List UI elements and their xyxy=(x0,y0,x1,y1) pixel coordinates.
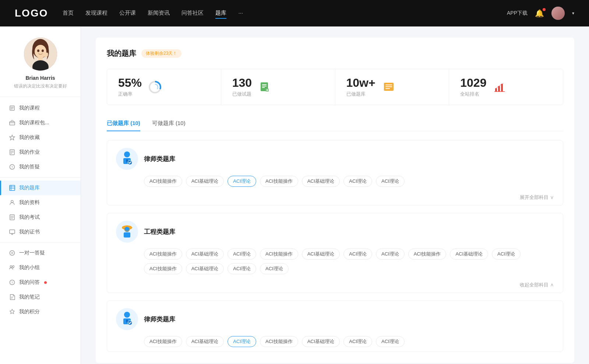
bank-expand-button[interactable]: 展开全部科目 ∨ xyxy=(520,194,554,201)
notification-badge xyxy=(543,8,546,11)
sidebar-item-certificate[interactable]: 我的证书 xyxy=(0,225,81,239)
rank-chart-icon xyxy=(492,80,507,94)
nav-news[interactable]: 新闻资讯 xyxy=(148,8,170,19)
svg-point-42 xyxy=(152,84,158,90)
sidebar-menu: 我的课程 我的课程包... 我的收藏 我的作业 xyxy=(0,97,81,323)
sidebar-item-course-package[interactable]: 我的课程包... xyxy=(0,115,81,130)
nav-open-course[interactable]: 公开课 xyxy=(119,8,136,19)
nav-home[interactable]: 首页 xyxy=(63,8,74,19)
bank-tag[interactable]: ACI理论 xyxy=(343,249,372,260)
sidebar-item-exams[interactable]: 我的考试 xyxy=(0,210,81,225)
pie-chart-icon xyxy=(148,81,162,94)
bank-header: 律师类题库 xyxy=(107,140,563,176)
question-bank-icon xyxy=(9,185,15,191)
sidebar-item-qa[interactable]: ? 我的答疑 xyxy=(0,160,81,174)
sidebar-item-label: 我的资料 xyxy=(19,199,40,206)
one-on-one-icon xyxy=(9,250,15,256)
bank-tag[interactable]: ACI理论 xyxy=(376,176,405,187)
bank-tag-active[interactable]: ACI理论 xyxy=(228,176,256,187)
bank-tag[interactable]: ACI理论 xyxy=(376,249,405,260)
bank-lawyer-2-icon xyxy=(116,308,138,330)
bank-tag[interactable]: ACI基础理论 xyxy=(186,336,224,347)
exam-icon xyxy=(9,214,15,221)
bank-tag[interactable]: ACI基础理论 xyxy=(186,176,224,187)
sidebar-item-profile[interactable]: 我的资料 xyxy=(0,195,81,210)
navbar: LOGO 首页 发现课程 公开课 新闻资讯 问答社区 题库 ··· APP下载 … xyxy=(0,0,589,26)
sidebar-item-course[interactable]: 我的课程 xyxy=(0,101,81,115)
star-icon xyxy=(9,134,15,141)
lawyer-figure-2-icon xyxy=(119,311,135,327)
tab-available[interactable]: 可做题库 (10) xyxy=(152,116,186,131)
homework-icon xyxy=(9,149,15,156)
svg-marker-13 xyxy=(10,135,15,140)
bank-tag[interactable]: ACI技能操作 xyxy=(260,249,298,260)
sidebar-item-label: 我的题库 xyxy=(19,185,40,191)
nav-bank[interactable]: 题库 xyxy=(215,8,226,19)
group-icon xyxy=(9,264,15,271)
bank-tag[interactable]: ACI技能操作 xyxy=(260,336,298,347)
sidebar-item-points[interactable]: 我的积分 xyxy=(0,304,81,319)
bank-collapse-button[interactable]: 收起全部科目 ∧ xyxy=(520,282,554,288)
bank-tag[interactable]: ACI基础理论 xyxy=(186,263,224,274)
sidebar-item-label: 我的课程 xyxy=(19,105,40,111)
app-download[interactable]: APP下载 xyxy=(507,10,528,17)
bank-tag[interactable]: ACI技能操作 xyxy=(408,249,447,260)
bank-tag[interactable]: ACI基础理论 xyxy=(302,336,340,347)
sidebar-item-label: 我的答疑 xyxy=(19,164,40,170)
bank-tag[interactable]: ACI技能操作 xyxy=(144,249,182,260)
bank-tag[interactable]: ACI理论 xyxy=(343,176,372,187)
tabs-row: 已做题库 (10) 可做题库 (10) xyxy=(107,116,563,131)
course-icon xyxy=(9,105,15,111)
notification-bell[interactable]: 🔔 xyxy=(535,9,544,18)
bank-tag[interactable]: ACI理论 xyxy=(343,336,372,347)
sidebar-item-question-bank[interactable]: 我的题库 xyxy=(0,181,81,195)
bank-tag[interactable]: ACI技能操作 xyxy=(144,176,182,187)
bank-tag[interactable]: ACI理论 xyxy=(228,249,256,260)
sidebar-item-favorites[interactable]: 我的收藏 xyxy=(0,130,81,145)
bank-tag[interactable]: ACI基础理论 xyxy=(450,249,488,260)
sidebar-item-label: 我的作业 xyxy=(19,149,40,156)
bank-tag[interactable]: ACI技能操作 xyxy=(144,263,182,274)
nav-discover[interactable]: 发现课程 xyxy=(85,8,107,19)
nav-more[interactable]: ··· xyxy=(238,8,243,19)
sidebar-item-notes[interactable]: 我的笔记 xyxy=(0,290,81,304)
svg-text:?: ? xyxy=(11,165,13,169)
sidebar-item-one-on-one[interactable]: 一对一答疑 xyxy=(0,246,81,260)
divider xyxy=(0,242,81,243)
bank-lawyer-2-title: 律师类题库 xyxy=(144,315,175,324)
bank-tag[interactable]: ACI基础理论 xyxy=(302,249,340,260)
divider xyxy=(0,177,81,178)
bank-tag[interactable]: ACI理论 xyxy=(492,249,521,260)
bank-tag[interactable]: ACI基础理论 xyxy=(302,176,340,187)
bank-footer: 展开全部科目 ∨ xyxy=(107,191,563,205)
sidebar-user-motto: 错误的决定比没有决定要好 xyxy=(14,83,67,89)
bank-tag[interactable]: ACI理论 xyxy=(260,263,289,274)
bank-tag[interactable]: ACI基础理论 xyxy=(186,249,224,260)
bank-tag[interactable]: ACI理论 xyxy=(376,336,405,347)
stat-accuracy-label: 正确率 xyxy=(118,91,142,97)
bank-tag[interactable]: ACI技能操作 xyxy=(260,176,298,187)
avatar-chevron-down-icon[interactable]: ▾ xyxy=(572,11,574,16)
banks-list-icon xyxy=(381,80,396,94)
sidebar-item-questions[interactable]: ? 我的问答 xyxy=(0,275,81,290)
bank-tag[interactable]: ACI技能操作 xyxy=(144,336,182,347)
tab-done[interactable]: 已做题库 (10) xyxy=(107,116,140,131)
questions-doc-icon xyxy=(258,80,272,94)
avatar-image xyxy=(551,7,565,20)
user-avatar[interactable] xyxy=(551,7,565,20)
sidebar-item-homework[interactable]: 我的作业 xyxy=(0,145,81,160)
svg-rect-4 xyxy=(38,57,43,60)
sidebar-item-label: 我的笔记 xyxy=(19,294,40,300)
bank-footer: 收起全部科目 ∧ xyxy=(107,279,563,293)
sidebar-item-group[interactable]: 我的小组 xyxy=(0,260,81,275)
nav-qa[interactable]: 问答社区 xyxy=(181,8,204,19)
document-icon xyxy=(260,82,271,93)
sidebar-item-label: 我的考试 xyxy=(19,214,40,221)
bank-section-engineer: 工程类题库 ACI技能操作 ACI基础理论 ACI理论 ACI技能操作 ACI基… xyxy=(107,213,563,293)
bank-tag-active[interactable]: ACI理论 xyxy=(228,336,256,347)
bank-tag[interactable]: ACI理论 xyxy=(228,263,256,274)
sidebar-item-label: 我的积分 xyxy=(19,308,40,315)
svg-marker-39 xyxy=(10,309,14,314)
sidebar-avatar xyxy=(24,38,57,71)
svg-rect-65 xyxy=(124,232,130,238)
